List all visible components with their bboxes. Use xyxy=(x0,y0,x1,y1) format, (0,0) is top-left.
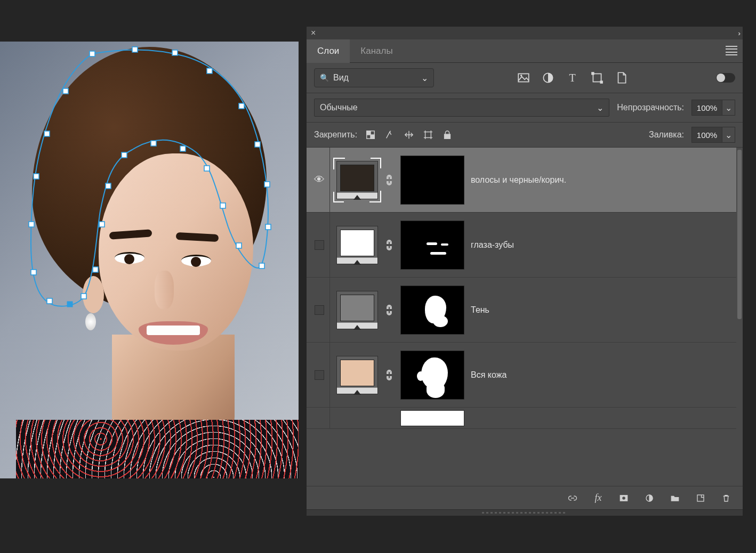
svg-point-27 xyxy=(520,75,521,76)
photo-portrait xyxy=(0,42,299,478)
layer-mask-link-icon[interactable] xyxy=(384,174,394,186)
layer-search-kind-select[interactable]: 🔍Вид ⌄ xyxy=(314,68,434,87)
tab-layers[interactable]: Слои xyxy=(307,39,350,63)
lock-transparency-icon[interactable] xyxy=(365,129,376,141)
layer-mask-thumb[interactable] xyxy=(400,221,464,270)
layer-mask-thumb[interactable] xyxy=(400,351,464,400)
layer-row[interactable]: глаза-зубы xyxy=(307,213,743,278)
panel-resize-grip[interactable] xyxy=(307,509,743,516)
svg-rect-33 xyxy=(367,131,371,135)
fill-dropdown-icon[interactable]: ⌄ xyxy=(722,127,735,143)
fill-label: Заливка: xyxy=(649,130,684,140)
lock-label: Закрепить: xyxy=(314,130,357,140)
panel-tabs: Слои Каналы xyxy=(307,39,743,63)
layer-thumb[interactable] xyxy=(336,161,378,199)
svg-rect-30 xyxy=(591,72,594,75)
new-layer-icon[interactable] xyxy=(695,492,706,504)
collapse-icon[interactable]: ›› xyxy=(738,29,738,37)
visibility-toggle[interactable] xyxy=(315,305,324,315)
lock-all-icon[interactable] xyxy=(441,129,453,141)
layer-row[interactable]: Вся кожа xyxy=(307,343,743,408)
svg-rect-35 xyxy=(425,132,431,138)
panel-window-bar: × ›› xyxy=(307,27,743,39)
layer-thumb[interactable] xyxy=(336,226,378,264)
layer-name-label[interactable]: волосы и черные/корич. xyxy=(471,175,738,185)
layer-name-label[interactable]: Тень xyxy=(471,305,738,315)
tab-channels[interactable]: Каналы xyxy=(350,39,403,63)
canvas[interactable] xyxy=(0,42,299,478)
filter-toggle[interactable] xyxy=(716,73,735,83)
svg-rect-29 xyxy=(593,74,601,82)
filter-shape-icon[interactable] xyxy=(590,71,604,85)
group-icon[interactable] xyxy=(669,492,681,504)
search-icon: 🔍 xyxy=(320,74,329,82)
filter-pixel-icon[interactable] xyxy=(517,71,530,85)
panel-menu-icon[interactable] xyxy=(726,45,737,56)
layers-panel-footer: fx xyxy=(307,486,743,509)
svg-rect-40 xyxy=(697,495,704,501)
link-layers-icon[interactable] xyxy=(567,492,578,504)
layer-thumb[interactable] xyxy=(336,356,378,394)
layer-mask-thumb[interactable] xyxy=(400,410,464,426)
chevron-down-icon: ⌄ xyxy=(597,103,604,113)
svg-point-38 xyxy=(622,496,626,500)
layer-name-label[interactable]: Вся кожа xyxy=(471,370,738,380)
visibility-toggle[interactable] xyxy=(315,370,324,380)
layer-name-label[interactable]: глаза-зубы xyxy=(471,240,738,250)
opacity-label: Непрозрачность: xyxy=(617,103,684,112)
blend-mode-select[interactable]: Обычные ⌄ xyxy=(314,99,609,117)
adjustment-layer-icon[interactable] xyxy=(644,492,655,504)
blend-mode-value: Обычные xyxy=(320,103,358,112)
layer-thumb[interactable] xyxy=(336,291,378,329)
lock-position-icon[interactable] xyxy=(403,129,415,141)
close-icon[interactable]: × xyxy=(311,28,316,38)
opacity-input[interactable] xyxy=(691,100,722,116)
add-mask-icon[interactable] xyxy=(618,492,630,504)
layer-mask-link-icon[interactable] xyxy=(384,369,394,381)
layer-mask-link-icon[interactable] xyxy=(384,239,394,251)
layer-mask-link-icon[interactable] xyxy=(384,304,394,316)
fx-icon[interactable]: fx xyxy=(592,492,604,504)
search-kind-label: Вид xyxy=(333,73,349,82)
layer-row[interactable]: Тень xyxy=(307,278,743,343)
layer-mask-thumb[interactable] xyxy=(400,156,464,205)
svg-rect-34 xyxy=(371,135,374,139)
svg-rect-36 xyxy=(445,134,451,139)
layers-scrollbar[interactable] xyxy=(736,148,743,486)
layers-list: 👁 волосы и черные/корич. глаза-зубы xyxy=(307,148,743,486)
layer-mask-thumb[interactable] xyxy=(400,286,464,335)
filter-smartobject-icon[interactable] xyxy=(615,71,629,85)
lock-artboard-icon[interactable] xyxy=(422,129,434,141)
chevron-down-icon: ⌄ xyxy=(421,73,428,83)
filter-type-icon[interactable]: T xyxy=(566,71,580,85)
lock-image-icon[interactable] xyxy=(384,129,396,141)
svg-rect-31 xyxy=(600,80,602,83)
layer-row[interactable]: 👁 волосы и черные/корич. xyxy=(307,148,743,213)
trash-icon[interactable] xyxy=(720,492,732,504)
filter-adjustment-icon[interactable] xyxy=(541,71,555,85)
visibility-toggle[interactable] xyxy=(315,240,324,250)
fill-input[interactable] xyxy=(691,127,722,143)
visibility-eye-icon[interactable]: 👁 xyxy=(314,174,325,186)
opacity-dropdown-icon[interactable]: ⌄ xyxy=(722,100,735,116)
layers-panel: Слои Каналы 🔍Вид ⌄ T Обычные ⌄ Непрозрач… xyxy=(307,39,743,516)
